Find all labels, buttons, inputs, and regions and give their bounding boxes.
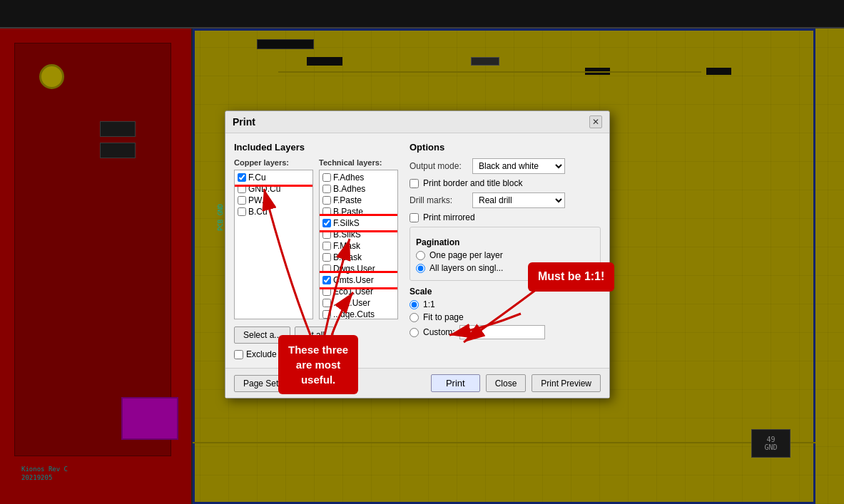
one-page-row: One page per layer: [416, 250, 594, 260]
layer-item-bmask: B.Mask: [321, 252, 396, 263]
scale-fit-radio[interactable]: [410, 313, 419, 322]
bmask-label: B.Mask: [333, 252, 362, 262]
bsilks-label: B.SilkS: [333, 230, 361, 240]
exclude-checkbox[interactable]: [234, 350, 243, 359]
badhes-checkbox[interactable]: [322, 185, 331, 193]
copper-layers-title: Copper layers:: [234, 158, 313, 167]
layer-item-fadhes: F.Adhes: [321, 172, 396, 183]
layer-item-pwrcu: PW...: [236, 195, 311, 206]
eco2user-label: ...o2.User: [333, 298, 370, 308]
tech-layer-wrapper: F.Adhes B.Adhes F.Paste: [319, 170, 398, 319]
bpaste-checkbox[interactable]: [322, 207, 331, 216]
all-layers-label: All layers on singl...: [429, 263, 503, 273]
print-mirrored-label: Print mirrored: [423, 212, 475, 222]
output-mode-row: Output mode: Black and white Color: [410, 158, 601, 174]
fcu-label: F.Cu: [248, 173, 266, 182]
must-be-1-1-tooltip: Must be 1:1!: [528, 262, 614, 292]
technical-layers-list: F.Adhes B.Adhes F.Paste: [319, 170, 398, 319]
scale-custom-radio[interactable]: [410, 328, 419, 337]
print-preview-button[interactable]: Print Preview: [532, 374, 601, 392]
close-button[interactable]: ✕: [589, 115, 602, 128]
layer-item-gndcu: GND.Cu: [236, 183, 311, 195]
options-title: Options: [410, 142, 601, 153]
bcu-checkbox[interactable]: [238, 207, 246, 216]
layer-item-bsilks: B.SilkS: [321, 229, 396, 240]
footer-right: Print Close Print Preview: [431, 374, 601, 392]
gndcu-label: GND.Cu: [248, 184, 280, 194]
all-layers-radio[interactable]: [416, 264, 425, 273]
layers-columns: Copper layers: F.Cu GND.Cu PW...: [234, 158, 398, 319]
edgecuts-label: ...dge.Cuts: [333, 309, 375, 319]
fadhes-label: F.Adhes: [333, 173, 364, 182]
drill-marks-label: Drill marks:: [410, 195, 467, 205]
layer-item-bcu: B.Cu: [236, 206, 311, 217]
print-border-checkbox[interactable]: [410, 179, 419, 188]
layers-panel: Included Layers Copper layers: F.Cu GND.…: [234, 142, 398, 359]
bcu-label: B.Cu: [248, 207, 268, 217]
layer-item-edgecuts: ...dge.Cuts: [321, 309, 396, 319]
bsilks-checkbox[interactable]: [322, 230, 331, 239]
one-page-label: One page per layer: [429, 250, 503, 260]
layer-item-bpaste: B.Paste: [321, 206, 396, 217]
layer-item-eco2user: ...o2.User: [321, 297, 396, 309]
print-border-row: Print border and title block: [410, 178, 601, 188]
fpaste-checkbox[interactable]: [322, 196, 331, 205]
these-three-text: These three are most useful.: [278, 335, 358, 394]
bpaste-label: B.Paste: [333, 207, 363, 217]
print-mirrored-checkbox[interactable]: [410, 213, 419, 222]
layer-item-badhes: B.Adhes: [321, 183, 396, 195]
layer-item-fcu: F.Cu: [236, 172, 311, 183]
dialog-body: Included Layers Copper layers: F.Cu GND.…: [225, 133, 609, 368]
drill-marks-row: Drill marks: Real drill Small mark No dr…: [410, 192, 601, 208]
fmask-label: F.Mask: [333, 241, 360, 251]
technical-layers-column: Technical layers: F.Adhes B.Adhes: [319, 158, 398, 319]
cmtsuser-checkbox[interactable]: [322, 276, 331, 284]
tooltip2-line2: are most: [296, 359, 341, 371]
output-mode-select[interactable]: Black and white Color: [472, 158, 565, 174]
eco1user-checkbox[interactable]: [322, 287, 331, 296]
fsilks-checkbox[interactable]: [322, 219, 331, 227]
eco2user-checkbox[interactable]: [322, 299, 331, 307]
badhes-label: B.Adhes: [333, 184, 365, 194]
pwrcu-checkbox[interactable]: [238, 196, 246, 205]
print-border-label: Print border and title block: [423, 178, 522, 188]
tooltip2-line1: These three: [288, 344, 348, 356]
layer-item-eco1user: Eco1.User: [321, 286, 396, 297]
layer-item-fsilks: F.SilkS: [321, 217, 396, 229]
scale-1-1-radio[interactable]: [410, 300, 419, 309]
close-dialog-button[interactable]: Close: [486, 374, 527, 392]
drill-marks-select[interactable]: Real drill Small mark No drill mark: [472, 192, 565, 208]
layer-item-fpaste: F.Paste: [321, 195, 396, 206]
layer-item-fmask: F.Mask: [321, 240, 396, 252]
fsilks-label: F.SilkS: [333, 218, 360, 228]
pwrcu-label: PW...: [248, 195, 269, 205]
included-layers-title: Included Layers: [234, 142, 398, 153]
layer-item-cmtsuser: Cmts.User: [321, 274, 396, 286]
fadhes-checkbox[interactable]: [322, 173, 331, 182]
dwgsuser-checkbox[interactable]: [322, 264, 331, 273]
print-mirrored-row: Print mirrored: [410, 212, 601, 222]
gndcu-checkbox[interactable]: [238, 185, 246, 193]
fmask-checkbox[interactable]: [322, 242, 331, 250]
dialog-titlebar: Print ✕: [225, 111, 609, 133]
one-page-radio[interactable]: [416, 251, 425, 260]
these-three-tooltip: These three are most useful.: [278, 335, 358, 394]
dwgsuser-label: Dwgs.User: [333, 264, 375, 274]
eco1user-label: Eco1.User: [333, 287, 373, 297]
cmtsuser-label: Cmts.User: [333, 275, 374, 285]
print-button[interactable]: Print: [431, 374, 480, 392]
copper-layers-list: F.Cu GND.Cu PW... B.Cu: [234, 170, 313, 319]
tooltip2-line3: useful.: [301, 374, 335, 386]
technical-layers-title: Technical layers:: [319, 158, 398, 167]
fcu-checkbox[interactable]: [238, 173, 246, 182]
output-mode-label: Output mode:: [410, 161, 467, 171]
layer-item-dwgsuser: Dwgs.User: [321, 263, 396, 274]
bmask-checkbox[interactable]: [322, 253, 331, 262]
copper-layers-column: Copper layers: F.Cu GND.Cu PW...: [234, 158, 313, 319]
fpaste-label: F.Paste: [333, 195, 362, 205]
pagination-title: Pagination: [416, 237, 594, 247]
edgecuts-checkbox[interactable]: [322, 310, 331, 319]
arrow-to-scale: [428, 307, 535, 349]
must-be-1-1-text: Must be 1:1!: [528, 262, 614, 292]
dialog-title: Print: [233, 116, 255, 128]
